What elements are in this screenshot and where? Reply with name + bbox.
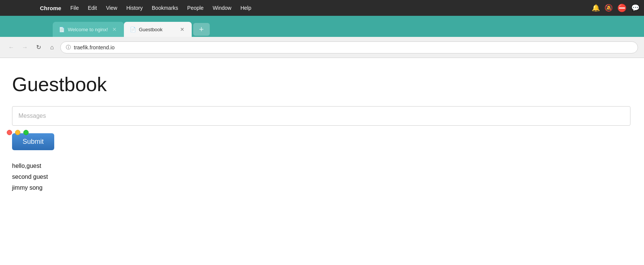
menu-history[interactable]: History — [122, 3, 147, 12]
menu-window[interactable]: Window — [209, 3, 235, 12]
menu-people[interactable]: People — [183, 3, 208, 12]
messages-input[interactable] — [12, 106, 630, 126]
url-bar[interactable]: ⓘ traefik.frontend.io — [60, 41, 638, 53]
tab-guestbook-label: Guestbook — [139, 27, 176, 32]
tab-guestbook-close[interactable]: ✕ — [179, 26, 186, 33]
list-item: second guest — [12, 172, 632, 183]
mute-icon[interactable]: 🔕 — [604, 4, 613, 12]
menu-bar: Chrome File Edit View History Bookmarks … — [0, 0, 644, 16]
traffic-lights — [7, 130, 29, 135]
secure-icon: ⓘ — [66, 44, 71, 51]
home-button[interactable]: ⌂ — [47, 42, 57, 53]
menu-bar-icons: 🔔 🔕 ⛔ 💬 — [592, 3, 639, 12]
maximize-button[interactable] — [23, 130, 29, 135]
tab-nginx-close[interactable]: ✕ — [111, 26, 118, 33]
menu-edit[interactable]: Edit — [84, 3, 101, 12]
back-button[interactable]: ← — [6, 42, 17, 53]
menu-chrome[interactable]: Chrome — [36, 3, 65, 13]
tab-bar: 📄 Welcome to nginx! ✕ 📄 Guestbook ✕ + — [0, 16, 644, 37]
menu-file[interactable]: File — [67, 3, 83, 12]
tab-guestbook-icon: 📄 — [130, 27, 136, 32]
page-content: Guestbook Submit hello,guest second gues… — [0, 58, 644, 208]
tab-page-icon: 📄 — [59, 27, 65, 32]
tab-nginx[interactable]: 📄 Welcome to nginx! ✕ — [53, 22, 124, 37]
list-item: hello,guest — [12, 161, 632, 172]
close-button[interactable] — [7, 130, 12, 135]
minimize-button[interactable] — [15, 130, 20, 135]
reload-button[interactable]: ↻ — [33, 42, 44, 53]
menu-bookmarks[interactable]: Bookmarks — [148, 3, 182, 12]
forward-button[interactable]: → — [20, 42, 30, 53]
url-text: traefik.frontend.io — [74, 44, 632, 50]
tab-nginx-label: Welcome to nginx! — [68, 27, 108, 32]
submit-button[interactable]: Submit — [12, 133, 54, 150]
menu-help[interactable]: Help — [237, 3, 255, 12]
list-item: jimmy song — [12, 183, 632, 193]
new-tab-button[interactable]: + — [193, 23, 210, 36]
stop-icon[interactable]: ⛔ — [617, 3, 627, 12]
notification-icon[interactable]: 🔔 — [592, 4, 600, 12]
wechat-icon[interactable]: 💬 — [631, 4, 639, 12]
address-bar: ← → ↻ ⌂ ⓘ traefik.frontend.io — [0, 37, 644, 58]
menu-view[interactable]: View — [102, 3, 121, 12]
page-title: Guestbook — [12, 73, 632, 96]
message-list: hello,guest second guest jimmy song — [12, 161, 632, 193]
tab-guestbook[interactable]: 📄 Guestbook ✕ — [124, 22, 192, 37]
